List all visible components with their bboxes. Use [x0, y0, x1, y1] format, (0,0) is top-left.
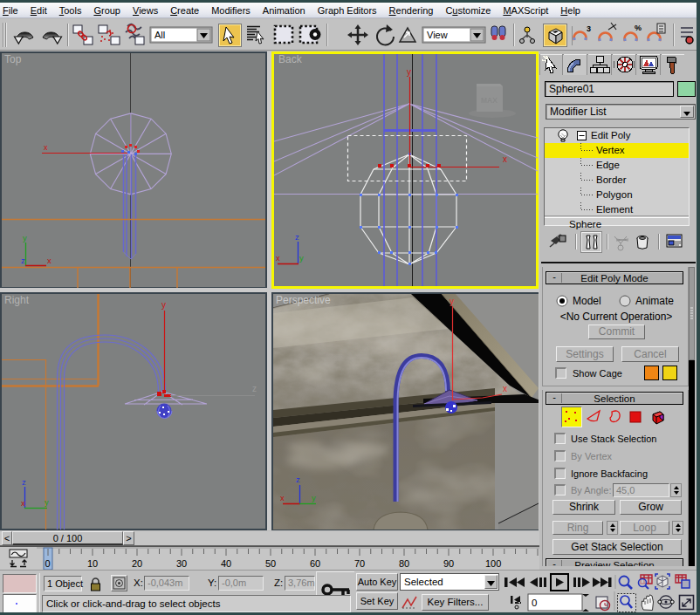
svg-text:x: x [21, 498, 25, 508]
svg-text:%: % [635, 24, 642, 32]
svg-text:x: x [280, 493, 285, 502]
svg-text:y: y [312, 493, 316, 502]
svg-text:Model: Model [573, 295, 601, 307]
svg-text:3: 3 [587, 24, 591, 33]
svg-text:y: y [161, 300, 166, 310]
svg-text:z: z [21, 256, 25, 265]
svg-text:z: z [22, 477, 26, 487]
svg-text:0: 0 [532, 598, 537, 608]
svg-text:y: y [407, 67, 411, 77]
svg-text:30: 30 [176, 558, 187, 569]
svg-text:x: x [44, 143, 48, 152]
svg-text:90: 90 [443, 558, 454, 569]
svg-text:10: 10 [87, 558, 98, 569]
svg-text:40: 40 [221, 558, 231, 569]
svg-text:50: 50 [265, 558, 276, 569]
svg-text:MAX: MAX [481, 96, 498, 105]
svg-text:x: x [503, 154, 507, 164]
svg-text:20: 20 [132, 558, 142, 569]
svg-text:z: z [295, 232, 299, 242]
svg-text:0: 0 [45, 558, 51, 569]
svg-text:x: x [276, 253, 280, 263]
svg-text:y: y [450, 297, 454, 306]
svg-text:z: z [252, 384, 257, 393]
svg-text:80: 80 [399, 558, 409, 569]
svg-text:y: y [45, 497, 49, 507]
svg-text:View: View [427, 30, 448, 40]
svg-text:70: 70 [354, 558, 365, 569]
svg-text:Animate: Animate [635, 295, 674, 307]
svg-text:y: y [23, 233, 27, 243]
svg-text:100: 100 [485, 558, 501, 569]
svg-text:x: x [47, 256, 51, 265]
svg-text:z: z [296, 475, 300, 484]
svg-text:All: All [154, 30, 165, 40]
svg-text:y: y [299, 253, 304, 263]
svg-text:60: 60 [310, 558, 320, 569]
svg-text:x: x [503, 384, 507, 393]
